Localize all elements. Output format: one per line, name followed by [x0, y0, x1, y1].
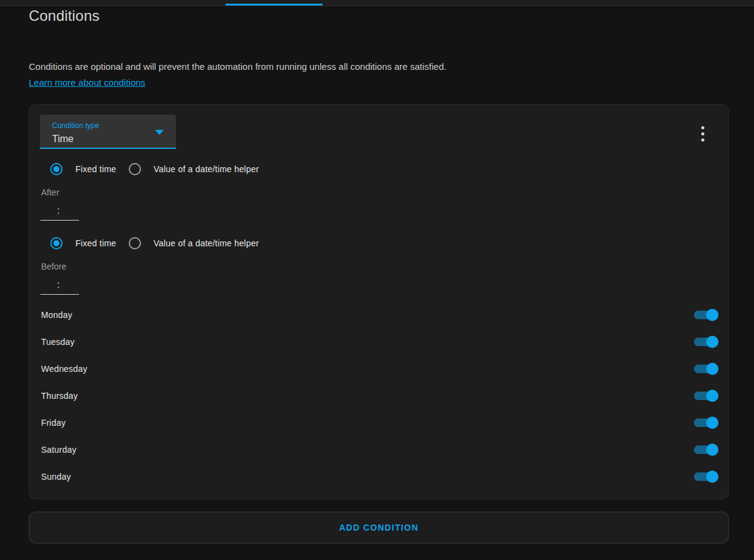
- day-label: Tuesday: [41, 337, 75, 347]
- after-fixed-time-radio-label: Fixed time: [75, 164, 116, 174]
- top-tab-bar: [0, 0, 754, 6]
- before-fixed-time-radio[interactable]: [50, 237, 63, 249]
- day-label: Sunday: [41, 472, 71, 482]
- conditions-description: Conditions are optional and will prevent…: [29, 61, 725, 73]
- radio-selected-dot: [53, 240, 59, 246]
- toggle-tuesday[interactable]: [694, 338, 717, 346]
- kebab-menu-icon: [701, 138, 704, 142]
- conditions-page: Conditions Conditions are optional and w…: [0, 7, 754, 543]
- after-fixed-time-radio[interactable]: [50, 163, 63, 175]
- switch-thumb: [706, 336, 718, 348]
- toggle-wednesday[interactable]: [694, 365, 717, 373]
- after-field-label: After: [41, 188, 718, 197]
- condition-type-value: Time: [52, 133, 166, 145]
- day-label: Monday: [41, 310, 72, 320]
- switch-thumb: [706, 309, 718, 321]
- condition-type-select[interactable]: Condition type Time: [40, 115, 176, 149]
- after-helper-radio[interactable]: [129, 163, 141, 175]
- overflow-menu-button[interactable]: [700, 125, 706, 143]
- day-row-tuesday: Tuesday: [40, 336, 718, 348]
- after-mode-radio-group: Fixed time Value of a date/time helper: [50, 163, 718, 175]
- kebab-menu-icon: [701, 126, 704, 129]
- after-time-value: :: [57, 205, 59, 216]
- chevron-down-icon: [155, 130, 164, 135]
- condition-card: Condition type Time Fixed time Value of …: [29, 104, 729, 499]
- toggle-friday[interactable]: [694, 418, 717, 427]
- add-condition-button[interactable]: ADD CONDITION: [29, 512, 729, 543]
- day-label: Wednesday: [41, 364, 87, 374]
- day-row-friday: Friday: [40, 417, 718, 429]
- before-time-input[interactable]: :: [40, 276, 79, 295]
- before-helper-radio[interactable]: [129, 237, 141, 249]
- before-helper-radio-label: Value of a date/time helper: [154, 238, 259, 248]
- day-label: Thursday: [41, 391, 78, 401]
- switch-thumb: [706, 417, 718, 429]
- radio-selected-dot: [53, 166, 59, 172]
- page-title: Conditions: [29, 7, 725, 25]
- after-time-input[interactable]: :: [40, 202, 79, 221]
- add-condition-label: ADD CONDITION: [339, 523, 419, 532]
- toggle-sunday[interactable]: [694, 472, 717, 481]
- learn-more-link[interactable]: Learn more about conditions: [29, 77, 145, 88]
- active-tab-indicator: [226, 4, 322, 6]
- day-row-thursday: Thursday: [40, 390, 718, 402]
- day-row-saturday: Saturday: [40, 444, 718, 456]
- toggle-saturday[interactable]: [694, 445, 717, 454]
- day-label: Saturday: [41, 445, 77, 455]
- after-helper-radio-label: Value of a date/time helper: [154, 164, 259, 174]
- toggle-monday[interactable]: [694, 311, 717, 319]
- day-row-sunday: Sunday: [40, 471, 718, 483]
- kebab-menu-icon: [701, 132, 704, 135]
- switch-thumb: [706, 363, 718, 375]
- before-fixed-time-radio-label: Fixed time: [75, 238, 116, 248]
- toggle-thursday[interactable]: [694, 392, 717, 400]
- before-time-value: :: [57, 279, 59, 290]
- day-row-monday: Monday: [40, 309, 718, 321]
- before-field-label: Before: [41, 262, 718, 271]
- switch-thumb: [706, 390, 718, 402]
- switch-thumb: [706, 471, 718, 483]
- switch-thumb: [706, 444, 718, 456]
- day-row-wednesday: Wednesday: [40, 363, 718, 375]
- condition-type-label: Condition type: [52, 121, 166, 130]
- day-label: Friday: [41, 418, 66, 428]
- before-mode-radio-group: Fixed time Value of a date/time helper: [50, 237, 718, 249]
